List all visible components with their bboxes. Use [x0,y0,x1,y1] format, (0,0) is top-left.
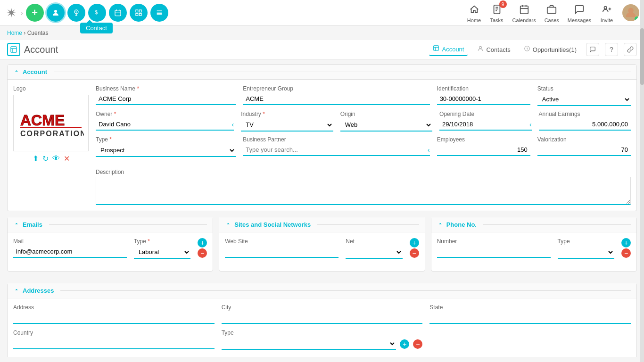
identification-input[interactable] [437,93,530,105]
page-header-right: Account Contacts Opportunities(1) ? [429,43,637,56]
scrollbar-thumb[interactable] [640,28,644,85]
svg-rect-10 [136,13,138,16]
emails-section-header[interactable]: Emails [8,217,213,232]
addresses-section-header[interactable]: Addresses [8,283,636,298]
cases-nav-item[interactable]: Cases [545,2,559,23]
phone-number-label: Number [437,238,551,245]
remove-site-button[interactable]: − [410,248,419,258]
addresses-section-title: Addresses [23,287,54,294]
svg-rect-9 [139,10,141,12]
add-email-button[interactable]: + [198,238,207,247]
tab-contacts[interactable]: Contacts [473,43,514,56]
type-select[interactable]: Prospect Customer Partner [96,144,236,157]
mail-input[interactable] [13,246,127,258]
logo-delete-icon[interactable]: ✕ [64,154,70,163]
business-name-input[interactable] [96,93,236,105]
net-select[interactable]: Facebook Twitter LinkedIn [346,246,402,259]
industry-select[interactable]: TV Tech Finance [241,119,333,132]
annual-earnings-input[interactable] [539,119,631,131]
business-partner-clear-icon[interactable]: ‹ [428,146,430,154]
form-row-owner: Owner * ‹ Industry * TV Tech Finan [96,111,631,132]
phone-type-select[interactable]: Mobile Home Work [558,246,614,259]
scrollbar[interactable] [640,0,644,357]
remove-email-button[interactable]: − [198,248,207,258]
calendar-button[interactable] [109,4,127,22]
emails-section-title: Emails [23,221,42,228]
business-partner-wrapper: ‹ [243,144,429,156]
email-type-select[interactable]: Laboral Personal Work [134,246,190,259]
dollar-button[interactable]: $ [88,4,106,22]
owner-input[interactable] [96,119,232,130]
logo-view-icon[interactable]: 👁 [52,154,60,163]
type-label: Type * [96,136,236,143]
tasks-nav-item[interactable]: 9 Tasks [490,2,504,23]
svg-rect-4 [115,10,121,16]
website-label: Web Site [225,238,339,245]
grid-button[interactable] [130,4,148,22]
address-input[interactable] [13,312,215,324]
svg-point-2 [75,11,77,13]
identification-group: Identification [437,85,530,105]
form-row-names: Business Name * Entrepreneur Group Ident… [96,85,631,106]
description-textarea[interactable] [96,177,631,205]
sites-divider [317,224,419,225]
origin-select[interactable]: Web Email Phone [340,119,432,132]
calendar-icon[interactable]: ‹ [529,121,532,128]
remove-phone-button[interactable]: − [621,248,631,258]
phone-section-header[interactable]: Phone No. [431,217,636,232]
tab-account[interactable]: Account [429,43,468,56]
home-label: Home [467,17,481,23]
add-site-button[interactable]: + [410,238,419,247]
add-address-button[interactable]: + [400,339,409,349]
home-nav-item[interactable]: Home [467,2,481,23]
net-group: Net Facebook Twitter LinkedIn [346,238,402,259]
remove-address-button[interactable]: − [413,339,422,349]
invite-nav-item[interactable]: Invite [600,2,614,23]
description-group: Description [96,169,631,205]
breadcrumb-home[interactable]: Home [7,30,22,36]
tab-opportunities[interactable]: Opportunities(1) [520,43,580,56]
link-action-button[interactable] [624,43,637,56]
nav-chevron-right[interactable]: › [21,9,23,16]
contact-button[interactable] [47,4,65,22]
account-section: Account Logo ACME CORPORATION [7,64,637,211]
address-type-label: Type [222,329,423,336]
logo-upload-icon[interactable]: ⬆ [33,154,39,163]
calendars-nav-item[interactable]: Calendars [512,2,536,23]
phone-number-input[interactable] [437,246,551,258]
user-avatar[interactable] [622,4,639,21]
page-header-left: Account [7,43,58,56]
state-group: State [429,304,631,324]
account-section-header[interactable]: Account [8,65,636,80]
sites-section-header[interactable]: Sites and Social Networks [219,217,424,232]
city-input[interactable] [222,312,423,324]
list-button[interactable] [150,4,168,22]
cases-label: Cases [545,17,559,23]
phone-number-group: Number [437,238,551,258]
website-input[interactable] [225,246,339,258]
identification-label: Identification [437,85,530,92]
state-input[interactable] [429,312,631,324]
country-input[interactable] [13,337,215,349]
phone-divider [483,224,631,225]
email-type-group: Type * Laboral Personal Work [134,238,190,259]
add-button[interactable]: + [26,4,44,22]
chat-action-button[interactable] [586,43,599,56]
add-phone-button[interactable]: + [621,238,631,247]
help-action-button[interactable]: ? [605,43,618,56]
industry-label: Industry * [241,111,333,117]
page-header: Account Account Contacts Opportunities(1… [0,40,644,59]
valorization-input[interactable] [537,144,631,156]
owner-clear-icon[interactable]: ‹ [232,121,234,128]
logo-refresh-icon[interactable]: ↻ [42,154,49,163]
address-type-select[interactable]: Home Work Other [222,337,396,350]
idea-button[interactable] [67,4,85,22]
business-partner-input[interactable] [243,144,428,155]
opening-date-input[interactable] [439,119,529,130]
svg-rect-20 [520,6,528,14]
entrepreneur-group-input[interactable] [243,93,429,105]
employees-group: Employees [437,136,530,156]
status-select[interactable]: Active Inactive [537,93,631,106]
messages-nav-item[interactable]: Messages [568,2,591,23]
employees-input[interactable] [437,144,530,156]
